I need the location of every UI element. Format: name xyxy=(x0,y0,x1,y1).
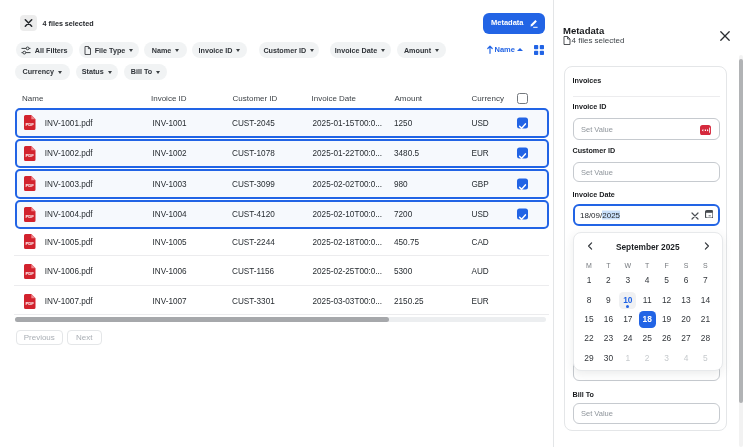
svg-text:PDF: PDF xyxy=(26,153,35,158)
svg-text:PDF: PDF xyxy=(26,183,35,188)
svg-text:PDF: PDF xyxy=(26,300,35,305)
svg-text:PDF: PDF xyxy=(26,270,35,275)
svg-text:PDF: PDF xyxy=(26,241,35,246)
svg-text:PDF: PDF xyxy=(26,122,35,127)
svg-text:PDF: PDF xyxy=(26,214,35,219)
